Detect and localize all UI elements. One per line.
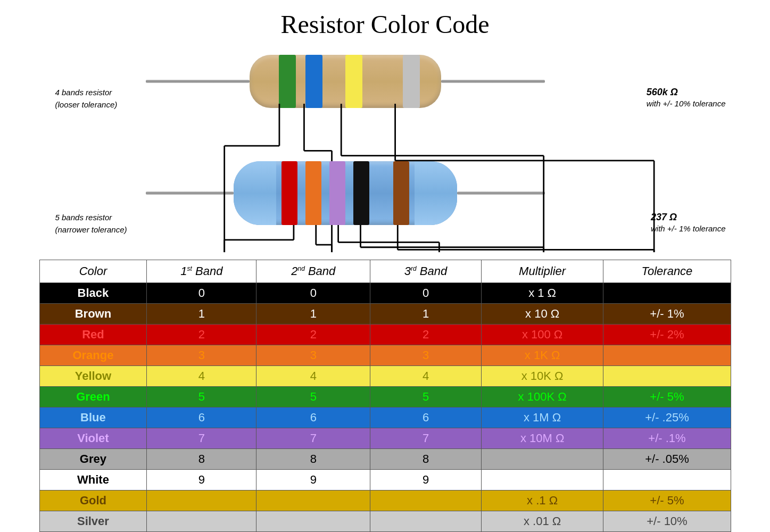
table-header-row: Color 1st Band 2nd Band 3rd Band Multipl… <box>39 260 731 283</box>
band-5-3 <box>329 161 345 225</box>
table-row: Brown111x 10 Ω+/- 1% <box>39 304 731 325</box>
band-5-2 <box>305 161 321 225</box>
page-title: Resistor Color Code <box>281 10 490 39</box>
cell-3-5 <box>603 345 731 366</box>
table-row: Green555x 100K Ω+/- 5% <box>39 387 731 408</box>
cell-9-0: White <box>39 470 147 491</box>
cell-0-4: x 1 Ω <box>481 283 603 304</box>
table-row: Silverx .01 Ω+/- 10% <box>39 511 731 532</box>
cell-9-4 <box>481 470 603 491</box>
cell-5-1: 5 <box>147 387 256 408</box>
cell-2-0: Red <box>39 325 147 345</box>
label-237: 237 Ω with +/- 1% tolerance <box>651 212 726 234</box>
resistor-body-5band <box>234 161 457 225</box>
table-row: Black000x 1 Ω <box>39 283 731 304</box>
cell-4-0: Yellow <box>39 366 147 387</box>
cell-2-4: x 100 Ω <box>481 325 603 345</box>
cell-0-0: Black <box>39 283 147 304</box>
cell-4-2: 4 <box>256 366 370 387</box>
cell-6-3: 6 <box>370 408 482 428</box>
label-560k: 560k Ω with +/- 10% tolerance <box>647 87 726 109</box>
table-row: White999 <box>39 470 731 491</box>
label-4band: 4 bands resistor(looser tolerance) <box>55 87 118 111</box>
cell-0-1: 0 <box>147 283 256 304</box>
cell-9-2: 9 <box>256 470 370 491</box>
col-header-tolerance: Tolerance <box>603 260 731 283</box>
cell-9-5 <box>603 470 731 491</box>
cell-11-5: +/- 10% <box>603 511 731 532</box>
band-5-4 <box>353 161 369 225</box>
cell-2-5: +/- 2% <box>603 325 731 345</box>
cell-7-5: +/- .1% <box>603 428 731 449</box>
cell-1-2: 1 <box>256 304 370 325</box>
table-row: Grey888+/- .05% <box>39 449 731 470</box>
cell-4-1: 4 <box>147 366 256 387</box>
col-header-color: Color <box>39 260 147 283</box>
cell-4-4: x 10K Ω <box>481 366 603 387</box>
cell-8-0: Grey <box>39 449 147 470</box>
cell-5-5: +/- 5% <box>603 387 731 408</box>
table-body: Black000x 1 ΩBrown111x 10 Ω+/- 1%Red222x… <box>39 283 731 532</box>
cell-10-5: +/- 5% <box>603 491 731 511</box>
cell-3-0: Orange <box>39 345 147 366</box>
cell-11-4: x .01 Ω <box>481 511 603 532</box>
cell-5-3: 5 <box>370 387 482 408</box>
label-5band: 5 bands resistor(narrower tolerance) <box>55 212 127 236</box>
cell-9-3: 9 <box>370 470 482 491</box>
cell-3-2: 3 <box>256 345 370 366</box>
cell-10-4: x .1 Ω <box>481 491 603 511</box>
page: Resistor Color Code <box>0 0 770 532</box>
cell-7-0: Violet <box>39 428 147 449</box>
color-code-table: Color 1st Band 2nd Band 3rd Band Multipl… <box>39 260 731 532</box>
cell-2-1: 2 <box>147 325 256 345</box>
cell-11-0: Silver <box>39 511 147 532</box>
col-header-band2: 2nd Band <box>256 260 370 283</box>
cell-6-5: +/- .25% <box>603 408 731 428</box>
cell-6-1: 6 <box>147 408 256 428</box>
cell-4-3: 4 <box>370 366 482 387</box>
table-row: Goldx .1 Ω+/- 5% <box>39 491 731 511</box>
cell-11-1 <box>147 511 256 532</box>
cell-2-3: 2 <box>370 325 482 345</box>
table-row: Blue666x 1M Ω+/- .25% <box>39 408 731 428</box>
cell-3-1: 3 <box>147 345 256 366</box>
cell-10-2 <box>256 491 370 511</box>
cell-1-0: Brown <box>39 304 147 325</box>
cell-8-5: +/- .05% <box>603 449 731 470</box>
cell-8-2: 8 <box>256 449 370 470</box>
cell-4-5 <box>603 366 731 387</box>
band-4-tol <box>403 55 420 108</box>
cell-8-1: 8 <box>147 449 256 470</box>
cell-11-3 <box>370 511 482 532</box>
cell-10-0: Gold <box>39 491 147 511</box>
cell-1-1: 1 <box>147 304 256 325</box>
cell-10-1 <box>147 491 256 511</box>
resistor-body-4band <box>250 55 441 108</box>
cell-0-2: 0 <box>256 283 370 304</box>
band-5-1 <box>281 161 297 225</box>
color-code-table-wrapper: Color 1st Band 2nd Band 3rd Band Multipl… <box>39 260 731 532</box>
cell-10-3 <box>370 491 482 511</box>
cell-6-4: x 1M Ω <box>481 408 603 428</box>
cell-1-3: 1 <box>370 304 482 325</box>
band-4-3 <box>345 55 362 108</box>
cell-9-1: 9 <box>147 470 256 491</box>
cell-8-3: 8 <box>370 449 482 470</box>
cell-6-2: 6 <box>256 408 370 428</box>
cell-7-4: x 10M Ω <box>481 428 603 449</box>
band-4-1 <box>279 55 296 108</box>
table-row: Orange333x 1K Ω <box>39 345 731 366</box>
cell-0-5 <box>603 283 731 304</box>
resistor-5band <box>146 159 545 228</box>
col-header-band1: 1st Band <box>147 260 256 283</box>
cell-7-1: 7 <box>147 428 256 449</box>
cell-1-5: +/- 1% <box>603 304 731 325</box>
cell-8-4 <box>481 449 603 470</box>
cell-2-2: 2 <box>256 325 370 345</box>
cell-5-4: x 100K Ω <box>481 387 603 408</box>
cell-7-3: 7 <box>370 428 482 449</box>
table-row: Red222x 100 Ω+/- 2% <box>39 325 731 345</box>
band-5-tol <box>393 161 409 225</box>
cell-3-3: 3 <box>370 345 482 366</box>
col-header-band3: 3rd Band <box>370 260 482 283</box>
